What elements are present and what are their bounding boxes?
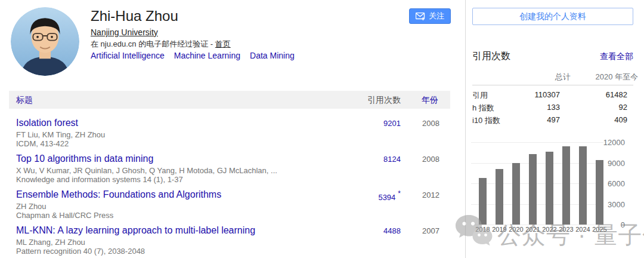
sort-by-year-link[interactable]: 年份 <box>422 91 438 109</box>
interest-link-2[interactable]: Data Mining <box>250 51 295 60</box>
citation-count-link[interactable]: 8124 <box>383 155 401 164</box>
publications-header-row: 标题 引用次数 年份 <box>9 91 450 109</box>
stat-row-i10 指数: i10 指数497409 <box>472 115 633 128</box>
citation-count-link[interactable]: 5394* <box>378 191 401 202</box>
chart-gridline <box>471 225 603 225</box>
profile-photo-image <box>11 7 79 76</box>
publication-title-link[interactable]: Ensemble Methods: Foundations and Algori… <box>16 189 221 200</box>
publication-authors: ZH Zhou <box>16 202 47 211</box>
publication-year: 2008 <box>422 119 439 128</box>
publication-authors: FT Liu, KM Ting, ZH Zhou <box>16 130 105 139</box>
interest-link-0[interactable]: Artificial Intelligence <box>91 51 165 60</box>
publication-title-link[interactable]: Top 10 algorithms in data mining <box>16 153 153 164</box>
publication-year: 2007 <box>422 226 439 235</box>
homepage-link[interactable]: 首页 <box>215 39 231 48</box>
stat-row-引用: 引用11030761482 <box>472 90 633 103</box>
chart-bar-2019[interactable] <box>496 169 503 225</box>
publication-venue: Chapman & Hall/CRC Press <box>16 211 113 220</box>
publication-title-link[interactable]: ML-KNN: A lazy learning approach to mult… <box>16 225 255 236</box>
stat-label: 引用 <box>472 90 488 101</box>
chart-bar-2023[interactable] <box>562 146 570 225</box>
publication-row: Top 10 algorithms in data miningX Wu, V … <box>9 153 450 188</box>
publication-venue: Pattern recognition 40 (7), 2038-2048 <box>16 247 145 256</box>
vertical-divider <box>465 0 466 258</box>
interest-link-1[interactable]: Machine Learning <box>174 51 240 60</box>
chart-bar-2018[interactable] <box>479 178 487 225</box>
publication-row: Isolation forestFT Liu, KM Ting, ZH Zhou… <box>9 118 450 152</box>
profile-photo <box>11 7 79 76</box>
view-all-link[interactable]: 查看全部 <box>600 51 633 62</box>
publication-year: 2012 <box>422 191 439 199</box>
stat-row-h 指数: h 指数13392 <box>472 103 633 115</box>
chart-bar-2020[interactable] <box>512 163 520 225</box>
publication-row: ML-KNN: A lazy learning approach to mult… <box>9 225 450 258</box>
publication-title-link[interactable]: Isolation forest <box>16 118 78 128</box>
stat-value-total: 110307 <box>535 90 560 99</box>
create-profile-button[interactable]: 创建我的个人资料 <box>472 8 633 25</box>
publication-authors: X Wu, V Kumar, JR Quinlan, J Ghosh, Q Ya… <box>16 166 277 175</box>
merged-citations-star: * <box>398 189 401 198</box>
verified-email-label: 在 nju.edu.cn 的电子邮件经过验证 - <box>91 39 215 48</box>
chart-gridline <box>471 142 603 143</box>
verified-email-text: 在 nju.edu.cn 的电子邮件经过验证 - 首页 <box>91 39 231 50</box>
follow-button[interactable]: 关注 <box>409 8 451 24</box>
stat-value-since-2020: 409 <box>614 115 627 124</box>
follow-button-label: 关注 <box>429 11 444 22</box>
interests-list: Artificial IntelligenceMachine LearningD… <box>91 51 304 60</box>
stat-value-total: 497 <box>547 115 560 124</box>
profile-name: Zhi-Hua Zhou <box>91 8 178 24</box>
publication-venue: ICDM, 413-422 <box>16 139 69 148</box>
chart-bar-2021[interactable] <box>529 154 537 225</box>
citation-count-link[interactable]: 9201 <box>383 119 401 128</box>
chart-bar-2022[interactable] <box>546 152 553 225</box>
publication-authors: ML Zhang, ZH Zhou <box>16 238 85 247</box>
stat-label: i10 指数 <box>472 115 500 126</box>
stat-value-total: 133 <box>547 103 560 112</box>
publication-venue: Knowledge and information systems 14 (1)… <box>16 175 183 184</box>
cited-by-title: 引用次数 <box>472 50 510 63</box>
stat-value-since-2020: 92 <box>619 103 627 112</box>
stat-value-since-2020: 61482 <box>606 90 627 99</box>
stat-label: h 指数 <box>472 103 494 113</box>
citations-bar-chart: 0300060009000120002018201920202021202220… <box>471 137 633 236</box>
publication-row: Ensemble Methods: Foundations and Algori… <box>9 189 450 224</box>
stats-divider-line <box>472 85 633 85</box>
chart-xtick-label: 2025 <box>590 226 609 233</box>
chart-bar-2024[interactable] <box>579 146 587 225</box>
affiliation-link[interactable]: Nanjing University <box>91 27 158 37</box>
citation-count-link[interactable]: 4488 <box>383 226 401 235</box>
follow-email-plus-icon <box>416 13 426 20</box>
column-header-total: 总计 <box>555 72 571 82</box>
chart-ytick-label: 12000 <box>595 138 625 147</box>
chart-bar-2025[interactable] <box>596 160 603 225</box>
publication-year: 2008 <box>422 155 439 164</box>
sort-by-citations-label: 引用次数 <box>367 91 401 109</box>
column-header-since-2020: 2020 年至今 <box>595 72 638 82</box>
sort-by-title-link[interactable]: 标题 <box>16 91 33 109</box>
